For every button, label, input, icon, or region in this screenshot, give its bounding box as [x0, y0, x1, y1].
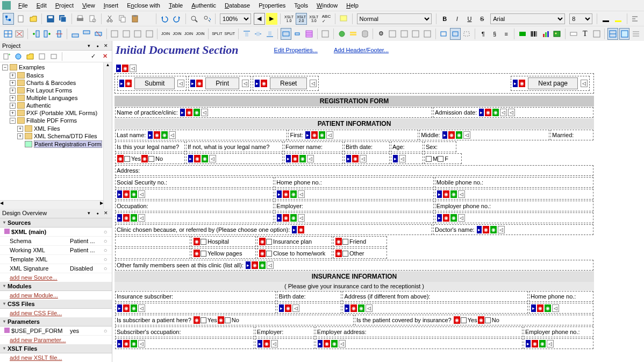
tb-e9-icon[interactable] [591, 28, 602, 40]
print-icon[interactable] [75, 13, 86, 25]
pt-delete-icon[interactable]: ✕ [99, 52, 110, 61]
markup-large-icon[interactable] [281, 28, 291, 40]
panel-pin-icon[interactable]: ⬥ [94, 42, 101, 49]
valign-mid-icon[interactable] [253, 28, 263, 40]
cut-icon[interactable] [104, 13, 116, 25]
legal-ifnot-val[interactable]: ▸◉◉◁ [186, 153, 283, 164]
panel-pin-icon[interactable]: ⬥ [94, 209, 101, 217]
former-val[interactable]: ▸◉◉◁ [284, 153, 343, 164]
xslt10-icon[interactable]: XSLT1.0 [283, 13, 295, 25]
ssn-field[interactable]: Social Security no.: [115, 177, 274, 188]
ov-template-xml[interactable]: Template XML○ [0, 255, 112, 264]
sex-mf[interactable]: M F [424, 153, 462, 164]
menu-tools[interactable]: Tools [290, 1, 312, 10]
tree-item[interactable]: Multiple Languages [26, 95, 77, 101]
spellcheck-icon[interactable]: ABC✓ [320, 13, 332, 25]
age-val[interactable]: ▸◁ [391, 153, 423, 164]
legal-q-yn[interactable]: ◉Yes ◉No [115, 153, 185, 164]
table-props-icon[interactable] [320, 28, 331, 40]
sub-occ-field[interactable]: Subscriber's occupation: [115, 326, 254, 337]
address-field[interactable]: Address: [115, 165, 593, 176]
tree-item[interactable]: Basics [26, 72, 44, 79]
menu-enclose[interactable]: Enclose with [123, 1, 164, 10]
validate-icon[interactable]: ⚙ [376, 28, 386, 40]
menu-edit[interactable]: Edit [32, 1, 51, 10]
pt-add-active-icon[interactable] [37, 52, 48, 61]
open-icon[interactable] [27, 13, 39, 25]
bold-icon[interactable]: B [439, 13, 450, 25]
empphone-val[interactable]: ▸◉◉◁ [435, 212, 593, 223]
italic-icon[interactable]: I [452, 13, 463, 25]
join-4-icon[interactable]: JOIN [195, 28, 205, 40]
ov-sources-header[interactable]: Sources [0, 218, 112, 228]
sub-emp-val[interactable]: ▸◉◁ [255, 338, 314, 349]
empphone-field[interactable]: Employer phone no.: [435, 201, 593, 211]
row-del-icon[interactable] [93, 28, 103, 40]
admission-field[interactable]: Admission date:▸◉◉◁◁ [433, 107, 593, 118]
sub-patient-q[interactable]: Is subscriber a patient here? ◉Yes ◉No [115, 315, 354, 325]
table-del-icon[interactable] [14, 28, 24, 40]
bg-color-icon[interactable] [613, 13, 624, 25]
sub-emp-addr-val[interactable]: ▸◉◉◁ [316, 338, 523, 349]
ov-add-xslt-link[interactable]: add new XSLT file... [0, 353, 112, 362]
project-tree[interactable]: −Examples +Basics +Charts & Barcodes +Fi… [0, 62, 112, 209]
middle-field[interactable]: Middle:▸◉◉◁ [419, 130, 549, 140]
row-ins-below-icon[interactable] [82, 28, 92, 40]
panel-close-icon[interactable]: ✕ [102, 42, 110, 49]
opt-other[interactable]: ◉Other [333, 248, 387, 259]
menu-view[interactable]: View [78, 1, 99, 10]
practice-field[interactable]: Name of practice/clinic:▸◉◉◁ [115, 107, 432, 118]
save-all-icon[interactable] [58, 13, 69, 25]
ins-birth-field[interactable]: Birth date: [277, 291, 341, 302]
print-preview-icon[interactable] [87, 13, 98, 25]
tree-item[interactable]: Charts & Barcodes [26, 80, 76, 86]
submit-block[interactable]: ▸◉Submit◁ [117, 76, 187, 91]
join-1-icon[interactable]: JOIN [160, 28, 170, 40]
birth-val[interactable]: ▸◉◁ [344, 153, 390, 164]
pt-props-icon[interactable] [49, 52, 60, 61]
occupation-val[interactable]: ▸◉◉◁ [115, 212, 274, 223]
tree-item[interactable]: Fix Layout Forms [26, 87, 72, 94]
pt-add-folder-icon[interactable] [25, 52, 36, 61]
menu-properties[interactable]: Properties [254, 1, 290, 10]
covered-q[interactable]: Is the patient covered by insurance? ◉Ye… [355, 315, 593, 325]
strike-icon[interactable]: S [476, 13, 488, 25]
layout2-icon[interactable] [619, 28, 629, 40]
ov-xml-sig[interactable]: XML SignatureDisabled○ [0, 264, 112, 273]
tree-item[interactable]: XML Files [34, 125, 60, 132]
homephone-val[interactable]: ▸◉◉◁ [275, 189, 433, 200]
rect-dash-icon[interactable] [462, 28, 472, 40]
style-select[interactable]: Normal [357, 13, 432, 24]
db-icon[interactable] [360, 28, 370, 40]
ins-sub-field[interactable]: Insurance subscriber: [115, 291, 276, 302]
tree-item[interactable]: Fillable PDF Forms [26, 117, 77, 124]
undo-icon[interactable] [159, 13, 170, 25]
table-e4-icon[interactable] [144, 28, 154, 40]
tree-item[interactable]: XML Schema/DTD Files [34, 133, 97, 139]
mobile-val[interactable]: ▸◉◉◁ [435, 189, 593, 200]
menu-table[interactable]: Table [164, 1, 187, 10]
find-next-icon[interactable] [201, 13, 212, 25]
married-field[interactable]: Married: [550, 130, 593, 140]
layout3-icon[interactable] [631, 28, 641, 40]
mobile-field[interactable]: Mobile phone no.: [435, 177, 593, 188]
reset-button[interactable]: Reset [270, 77, 307, 89]
ins-phone-val[interactable]: ▸◉◉◁ [529, 303, 593, 314]
rect-blue-icon[interactable] [439, 28, 449, 40]
chart-icon[interactable] [540, 28, 550, 40]
tree-item[interactable]: PXF (Portable XML Forms) [26, 110, 97, 116]
menu-file[interactable]: File [14, 1, 32, 10]
table-e1-icon[interactable] [110, 28, 120, 40]
layout1-icon[interactable] [607, 28, 618, 40]
save-icon[interactable] [45, 13, 56, 25]
opt-insplan[interactable]: ◉Insurance plan [257, 236, 332, 247]
underline-icon[interactable]: U [464, 13, 475, 25]
print-button[interactable]: Print [205, 77, 239, 89]
ov-css-header[interactable]: CSS Files [0, 300, 112, 309]
barcode-icon[interactable] [529, 28, 539, 40]
rect-box-icon[interactable] [450, 28, 460, 40]
add-header-footer-link[interactable]: Add Header/Footer... [334, 47, 389, 53]
tree-item[interactable]: Authentic [26, 102, 51, 109]
find-icon[interactable] [189, 13, 200, 25]
new-icon[interactable] [15, 13, 26, 25]
